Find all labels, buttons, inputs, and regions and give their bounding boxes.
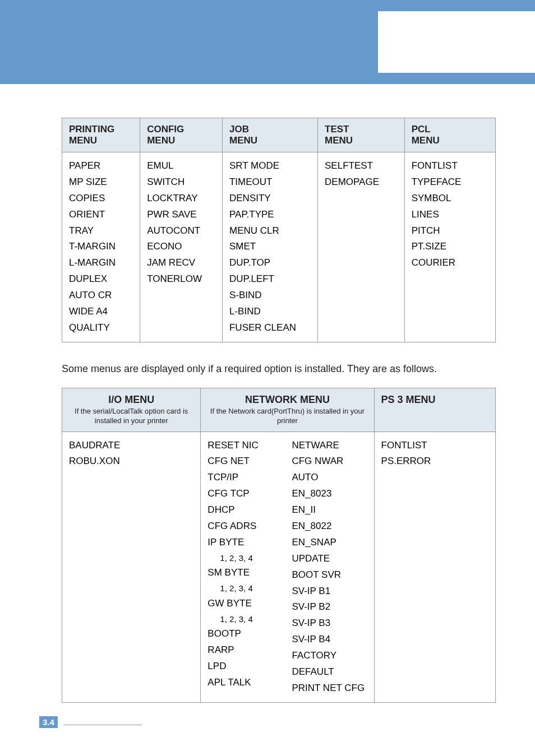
col-test-sub: MENU	[325, 135, 353, 146]
col-net-sub: If the Network card(PortThru) is install…	[207, 407, 367, 426]
optional-menu-table: I/O MENU If the serial/LocalTalk option …	[62, 388, 496, 703]
col-printing-header: PRINTING MENU	[62, 118, 140, 152]
col-config-body: EMULSWITCHLOCKTRAYPWR SAVEAUTOCONTECONOJ…	[140, 152, 223, 342]
col-config-sub: MENU	[147, 135, 175, 146]
col-io-title: I/O MENU	[108, 394, 154, 405]
page-header-bar	[0, 0, 535, 84]
col-net-title: NETWORK MENU	[245, 394, 330, 405]
page-footer: 3.4	[39, 716, 142, 728]
col-test-header: TEST MENU	[318, 118, 405, 152]
col-pcl-body: FONTLISTTYPEFACESYMBOLLINESPITCHPT.SIZEC…	[404, 152, 495, 342]
col-pcl-title: PCL	[412, 124, 431, 134]
net-right: NETWARECFG NWARAUTOEN_8023EN_IIEN_8022EN…	[287, 438, 367, 697]
col-pcl-sub: MENU	[412, 135, 440, 146]
menu-overview-table: PRINTING MENU CONFIG MENU JOB MENU TEST …	[62, 118, 496, 342]
page-number-badge: 3.4	[39, 716, 58, 728]
col-test-body: SELFTESTDEMOPAGE	[318, 152, 405, 342]
col-test-title: TEST	[325, 124, 349, 134]
page-header-tab	[378, 11, 535, 73]
col-job-sub: MENU	[229, 135, 257, 146]
col-net-header: NETWORK MENU If the Network card(PortThr…	[201, 388, 374, 432]
col-ps3-title: PS 3 MENU	[381, 394, 436, 405]
col-job-body: SRT MODETIMEOUTDENSITYPAP.TYPEMENU CLRSM…	[222, 152, 317, 342]
page-number: 4	[50, 717, 54, 727]
col-net-body: RESET NICCFG NETTCP/IPCFG TCPDHCPCFG ADR…	[201, 432, 374, 702]
col-ps3-header: PS 3 MENU	[374, 388, 495, 432]
page-content: PRINTING MENU CONFIG MENU JOB MENU TEST …	[0, 84, 535, 703]
col-io-header: I/O MENU If the serial/LocalTalk option …	[62, 388, 201, 432]
col-pcl-header: PCL MENU	[404, 118, 495, 152]
net-left: RESET NICCFG NETTCP/IPCFG TCPDHCPCFG ADR…	[207, 438, 287, 697]
col-config-header: CONFIG MENU	[140, 118, 223, 152]
intro-text: Some menus are displayed only if a requi…	[62, 361, 496, 377]
col-ps3-body: FONTLISTPS.ERROR	[374, 432, 495, 702]
col-config-title: CONFIG	[147, 124, 184, 134]
col-printing-title: PRINTING	[69, 124, 114, 134]
col-job-header: JOB MENU	[222, 118, 317, 152]
col-io-sub: If the serial/LocalTalk option card is i…	[69, 407, 193, 426]
col-printing-body: PAPERMP SIZECOPIESORIENTTRAYT-MARGINL-MA…	[62, 152, 140, 342]
footer-rule	[63, 720, 142, 725]
col-job-title: JOB	[229, 124, 249, 134]
col-printing-sub: MENU	[69, 135, 97, 146]
col-io-body: BAUDRATEROBU.XON	[62, 432, 201, 702]
